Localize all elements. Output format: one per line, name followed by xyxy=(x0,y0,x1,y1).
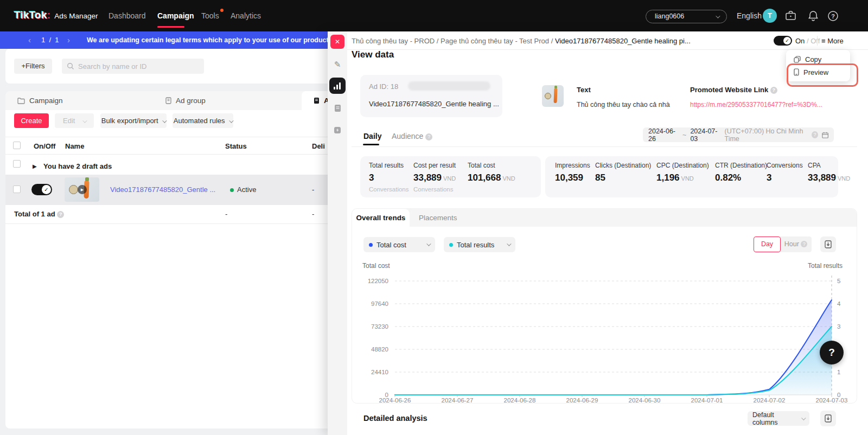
metric-selector-1[interactable]: Total cost xyxy=(363,237,435,252)
ad-onoff-toggle[interactable]: ✓ xyxy=(31,184,52,195)
automated-rules-button[interactable]: Automated rules xyxy=(173,113,233,128)
export-icon xyxy=(825,414,832,423)
tab-overall-trends[interactable]: Overall trends xyxy=(352,209,410,227)
breadcrumb: Thủ công thêu tay - PROD / Page thủ công… xyxy=(352,37,764,45)
folder-icon xyxy=(17,98,25,104)
status-dot xyxy=(230,188,234,192)
divider xyxy=(5,223,336,224)
logo-colon: : xyxy=(47,9,51,21)
search-input[interactable] xyxy=(78,59,197,74)
divider xyxy=(5,204,336,205)
left-axis-title: Total cost xyxy=(362,262,390,270)
nav-dashboard[interactable]: Dashboard xyxy=(108,11,146,20)
account-dropdown[interactable]: liang0606 xyxy=(646,10,727,23)
play-icon[interactable]: ▶ xyxy=(78,185,87,194)
trend-chart: Total costTotal results12205059764047323… xyxy=(352,259,857,407)
promoted-website-link[interactable]: https://m.me/295053377016477?ref=%3D%... xyxy=(690,101,822,108)
export-chart-button[interactable] xyxy=(820,236,836,252)
adgroup-icon xyxy=(165,97,171,104)
day-toggle[interactable]: Day xyxy=(754,236,781,252)
default-columns-dropdown[interactable]: Default columns xyxy=(748,411,809,426)
annotation-highlight-box xyxy=(787,63,858,87)
right-axis-title: Total results xyxy=(808,262,843,270)
select-all-checkbox[interactable] xyxy=(13,142,21,149)
breadcrumb-adgroup[interactable]: Page thủ công thêu tay - Test Prod xyxy=(441,37,549,45)
ad-status: Active xyxy=(237,185,256,194)
series-line-total-results xyxy=(395,327,832,395)
breadcrumb-campaign[interactable]: Thủ công thêu tay - PROD xyxy=(352,37,435,45)
badge-art xyxy=(69,185,78,194)
logo-suffix: Ads Manager xyxy=(54,12,98,20)
bell-icon[interactable] xyxy=(808,10,819,22)
info-icon[interactable]: ? xyxy=(770,87,777,94)
nav-analytics[interactable]: Analytics xyxy=(231,11,261,20)
ad-name-link[interactable]: Video17187677485820_Gentle ... xyxy=(110,185,215,194)
tab-campaign[interactable]: Campaign xyxy=(5,91,154,110)
language-selector[interactable]: English xyxy=(737,11,762,20)
tab-placements[interactable]: Placements xyxy=(419,214,457,222)
briefcase-icon[interactable] xyxy=(785,10,796,21)
tab-ad-group[interactable]: Ad group xyxy=(154,91,302,110)
bulk-export-import-button[interactable]: Bulk export/import xyxy=(100,113,167,128)
divider xyxy=(817,36,818,46)
search-box xyxy=(62,59,204,74)
divider xyxy=(5,154,336,155)
edit-button[interactable]: Edit xyxy=(55,113,94,128)
copy-icon xyxy=(794,56,801,63)
caret-right-icon[interactable]: ▶ xyxy=(33,163,37,169)
x-tick-label: 2024-06-30 xyxy=(629,397,661,404)
help-fab[interactable]: ? xyxy=(820,341,844,364)
carrot-art xyxy=(554,88,558,103)
ad-row-checkbox[interactable] xyxy=(13,185,21,193)
asset-icon[interactable] xyxy=(333,126,342,136)
chevron-left-icon[interactable]: ‹ xyxy=(28,35,31,44)
help-icon[interactable]: ? xyxy=(827,10,839,22)
export-table-button[interactable] xyxy=(820,411,836,426)
draft-row-checkbox[interactable] xyxy=(13,160,21,168)
series-dot-cyan xyxy=(449,243,453,247)
more-button[interactable]: ≡ More xyxy=(821,37,844,45)
drawer-onoff-toggle[interactable]: ✓ xyxy=(774,36,792,46)
document-icon[interactable] xyxy=(333,104,342,114)
top-navbar: TikTok:Ads Manager Dashboard Campaign To… xyxy=(0,0,868,31)
ad-id-redaction xyxy=(408,81,490,91)
y-tick-left: 24410 xyxy=(371,369,388,375)
chevron-right-icon[interactable]: › xyxy=(67,35,70,44)
y-tick-left: 97640 xyxy=(371,300,388,307)
create-button[interactable]: Create xyxy=(14,113,49,128)
export-icon xyxy=(825,240,832,248)
divider xyxy=(5,137,336,137)
text-label: Text xyxy=(577,86,591,94)
view-data-icon[interactable] xyxy=(329,78,346,94)
tiktok-logo: TikTok:Ads Manager xyxy=(14,9,98,21)
metric-impressions: Impressions 10,359 xyxy=(555,162,590,183)
hour-toggle[interactable]: Hour ? xyxy=(780,236,812,252)
x-tick-label: 2024-07-02 xyxy=(754,397,786,404)
tab-daily[interactable]: Daily xyxy=(363,132,381,140)
header-onoff: On/Off xyxy=(34,142,55,150)
ad-thumbnail: ▶ xyxy=(65,177,99,202)
metric-cpa: CPA 33,889VND xyxy=(808,162,850,183)
filters-button[interactable]: +Filters xyxy=(14,59,52,74)
page: TikTok:Ads Manager Dashboard Campaign To… xyxy=(0,0,868,435)
tab-ad-group-label: Ad group xyxy=(176,97,206,105)
tab-audience[interactable]: Audience ? xyxy=(392,132,432,140)
banner-page-indicator: 1 / 1 xyxy=(41,36,59,44)
breadcrumb-ad: Video17187677485820_Gentle healing pi... xyxy=(555,37,691,45)
avatar[interactable]: T xyxy=(763,9,777,23)
draft-ads-label[interactable]: You have 2 draft ads xyxy=(43,162,112,170)
info-icon[interactable]: ? xyxy=(57,211,64,218)
date-range-picker[interactable]: 2024-06-26 ~ 2024-07-03 (UTC+07:00) Ho C… xyxy=(643,127,834,142)
edit-ad-icon[interactable]: ✎ xyxy=(333,60,342,69)
nav-tools[interactable]: Tools xyxy=(201,11,219,20)
metric-selector-2[interactable]: Total results xyxy=(444,237,515,252)
close-icon[interactable]: ✕ xyxy=(330,35,344,49)
chevron-down-icon xyxy=(82,118,87,123)
metric-cpc: CPC (Destination) 1,196VND xyxy=(656,162,709,183)
metric-cost-per-result: Cost per result 33,889VND Conversations xyxy=(413,162,456,193)
calendar-icon xyxy=(822,131,828,139)
series-area-total-results xyxy=(395,327,832,395)
nav-campaign[interactable]: Campaign xyxy=(157,11,194,20)
info-icon[interactable]: ? xyxy=(425,133,432,140)
toggle-knob: ✓ xyxy=(42,185,51,194)
